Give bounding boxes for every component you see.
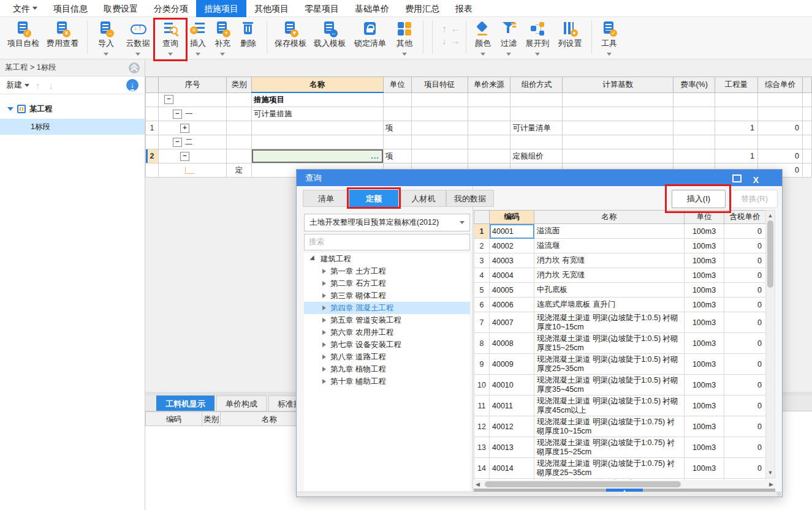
scroll-up-icon[interactable]: ▲ — [766, 211, 775, 220]
menu-item-5[interactable]: 措施项目 — [196, 0, 246, 17]
row-number-cell[interactable]: 6 — [474, 298, 490, 312]
collapse-icon[interactable]: − — [173, 110, 182, 119]
menu-item-4[interactable]: 分类分项 — [146, 0, 196, 17]
composite-price-cell[interactable] — [758, 92, 803, 107]
row-number-cell[interactable]: 8 — [474, 333, 490, 354]
ellipsis-button[interactable]: ... — [371, 152, 381, 160]
price-cell[interactable]: 0 — [724, 333, 766, 354]
move-row-up-icon[interactable]: ↑ — [439, 23, 450, 36]
name-cell[interactable]: ... — [251, 149, 383, 163]
column-header[interactable]: 综合单价 — [758, 77, 803, 93]
column-header[interactable]: 单位 — [685, 211, 724, 224]
name-cell[interactable]: 可计量措施 — [251, 107, 383, 121]
row-number-cell[interactable]: 9 — [474, 354, 490, 375]
table-row[interactable]: 1+项可计量清单10 — [146, 121, 812, 135]
price-source-cell[interactable] — [468, 92, 510, 107]
resize-grip[interactable] — [777, 492, 781, 496]
code-cell[interactable]: 40009 — [490, 354, 534, 375]
dialog-tree-item-9[interactable]: 第九章 植物工程 — [304, 363, 470, 375]
unit-cell[interactable]: 100m3 — [685, 239, 724, 253]
name-cell[interactable] — [251, 135, 383, 149]
unit-cell[interactable]: 100m3 — [685, 354, 724, 375]
calc-basis-cell[interactable] — [563, 149, 674, 163]
row-number-cell[interactable]: 10 — [474, 375, 490, 396]
rate-cell[interactable] — [674, 149, 715, 163]
unit-cell[interactable] — [383, 92, 411, 107]
name-cell[interactable]: 现浇混凝土渠道 明渠(边坡陡于1:0.75) 衬砌厚度15~25cm — [534, 437, 685, 458]
ribbon-button-tools[interactable]: ✓工具 — [598, 20, 620, 58]
sidebar-tree-root[interactable]: 某工程 — [0, 102, 145, 116]
unit-cell[interactable]: 100m3 — [685, 224, 724, 239]
column-header[interactable] — [802, 77, 811, 93]
unit-cell[interactable]: 100m3 — [685, 396, 724, 416]
dialog-tree-item-8[interactable]: 第八章 道路工程 — [304, 351, 470, 363]
code-cell[interactable]: 40007 — [490, 312, 534, 333]
quantity-cell[interactable] — [715, 107, 758, 121]
quantity-cell[interactable] — [715, 135, 758, 149]
column-header[interactable]: 费率(%) — [674, 77, 715, 93]
price-cell[interactable]: 0 — [724, 268, 766, 283]
price-source-cell[interactable] — [468, 149, 510, 163]
rate-cell[interactable] — [674, 135, 715, 149]
scroll-left-icon[interactable]: ◀ — [476, 480, 480, 489]
dialog-tree-item-7[interactable]: 第七章 设备安装工程 — [304, 339, 470, 351]
price-source-cell[interactable] — [468, 121, 510, 135]
row-number-cell[interactable]: 11 — [474, 396, 490, 416]
category-cell[interactable] — [226, 107, 251, 121]
quota-row[interactable]: 340003消力坎 有宽缝100m30 — [474, 253, 766, 268]
unit-cell[interactable]: 100m3 — [685, 437, 724, 458]
category-cell[interactable]: 定 — [226, 163, 251, 178]
dialog-tab-1[interactable]: 清单 — [303, 190, 349, 207]
column-header[interactable]: 计算基数 — [563, 77, 674, 93]
quota-row[interactable]: 740007现浇混凝土渠道 明渠(边坡陡于1:0.5) 衬砌厚度10~15cm1… — [474, 312, 766, 333]
feature-cell[interactable] — [411, 92, 468, 107]
quota-row[interactable]: 1340013现浇混凝土渠道 明渠(边坡陡于1:0.75) 衬砌厚度15~25c… — [474, 437, 766, 458]
menu-item-1[interactable]: 文件 — [5, 0, 45, 17]
dialog-tab-3[interactable]: 人材机 — [401, 190, 446, 207]
new-button[interactable]: 新建 — [6, 80, 29, 91]
horizontal-scrollbar[interactable]: ◀ ▶ — [474, 480, 775, 489]
code-cell[interactable]: 40004 — [490, 268, 534, 283]
column-header[interactable] — [146, 77, 159, 93]
serial-cell[interactable] — [158, 163, 226, 178]
ribbon-button-save-template[interactable]: ▼保存模板 — [273, 20, 308, 49]
code-cell[interactable]: 40002 — [490, 239, 534, 253]
scroll-right-icon[interactable]: ▶ — [769, 480, 773, 489]
dialog-tab-4[interactable]: 我的数据 — [446, 190, 494, 207]
column-header[interactable]: 单价来源 — [468, 77, 510, 93]
dialog-tree-root[interactable]: 建筑工程 — [304, 253, 470, 265]
row-number-cell[interactable]: 13 — [474, 437, 490, 458]
serial-cell[interactable]: − — [158, 149, 226, 163]
move-down-icon[interactable]: ↓ — [47, 80, 56, 91]
menu-item-6[interactable]: 其他项目 — [246, 0, 297, 17]
column-header[interactable]: 工程量 — [715, 77, 758, 93]
ribbon-button-lock[interactable]: 锁定清单 — [352, 20, 389, 49]
feature-cell[interactable] — [411, 121, 468, 135]
ribbon-button-other-grid[interactable]: 其他 — [393, 20, 415, 58]
code-cell[interactable]: 40001 — [490, 224, 534, 239]
price-cell[interactable]: 0 — [724, 437, 766, 458]
replace-button[interactable]: 替换(R) — [731, 190, 778, 208]
unit-cell[interactable]: 100m3 — [685, 375, 724, 396]
price-cell[interactable]: 0 — [724, 416, 766, 437]
scroll-down-icon[interactable]: ▼ — [766, 468, 775, 477]
collapse-icon[interactable]: − — [173, 138, 182, 147]
quantity-cell[interactable] — [715, 92, 758, 107]
dialog-titlebar[interactable]: 查询 X — [297, 170, 782, 186]
serial-cell[interactable]: + — [158, 121, 226, 135]
pricing-method-cell[interactable] — [510, 107, 563, 121]
row-number-cell[interactable]: 1 — [146, 121, 159, 135]
name-cell[interactable]: 连底式岸墙底板 直升门 — [534, 298, 685, 312]
quota-row[interactable]: 640006连底式岸墙底板 直升门100m30 — [474, 298, 766, 312]
name-cell[interactable]: 溢流堰 — [534, 239, 685, 253]
composite-price-cell[interactable] — [758, 107, 803, 121]
quantity-cell[interactable]: 1 — [715, 149, 758, 163]
ribbon-button-color[interactable]: 颜色 — [472, 20, 493, 58]
price-cell[interactable]: 0 — [724, 396, 766, 416]
rate-cell[interactable] — [674, 107, 715, 121]
ribbon-button-supplement[interactable]: +补充 — [213, 20, 232, 58]
unit-cell[interactable]: 100m3 — [685, 458, 724, 479]
unit-cell[interactable]: 100m3 — [685, 283, 724, 298]
unit-cell[interactable]: 100m3 — [685, 253, 724, 268]
quota-row[interactable]: 840008现浇混凝土渠道 明渠(边坡陡于1:0.5) 衬砌厚度15~25cm1… — [474, 333, 766, 354]
